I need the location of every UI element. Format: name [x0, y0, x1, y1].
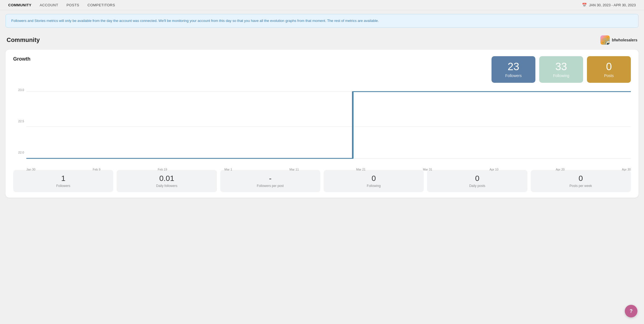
- metric-followers-per-post-value: -: [224, 174, 317, 183]
- top-nav: COMMUNITY ACCOUNT POSTS COMPETITORS 📅 JA…: [0, 0, 644, 10]
- y-label-bottom: 22.0: [13, 151, 24, 154]
- x-label-9: Apr 30: [622, 168, 631, 171]
- posts-stat-card: 0 Posts: [587, 56, 631, 83]
- x-label-5: Mar 21: [356, 168, 365, 171]
- x-label-4: Mar 11: [289, 168, 299, 171]
- nav-links: COMMUNITY ACCOUNT POSTS COMPETITORS: [8, 3, 115, 7]
- chart-svg: [26, 88, 631, 165]
- instagram-overlay: 📸: [606, 41, 610, 45]
- stats-cards: 23 Followers 33 Following 0 Posts: [492, 56, 631, 83]
- followers-stat-card: 23 Followers: [492, 56, 535, 83]
- nav-posts[interactable]: POSTS: [66, 3, 79, 7]
- metric-posts-per-week: 0 Posts per week: [531, 170, 631, 192]
- following-label: Following: [550, 73, 572, 78]
- metric-followers: 1 Followers: [13, 170, 113, 192]
- metric-followers-value: 1: [16, 174, 110, 183]
- x-label-2: Feb 19: [158, 168, 167, 171]
- page-header: Community 🛒 📸 bfwholesalers: [0, 32, 644, 47]
- bottom-metrics: 1 Followers 0.01 Daily followers - Follo…: [13, 170, 631, 192]
- account-badge[interactable]: 🛒 📸 bfwholesalers: [600, 35, 637, 45]
- growth-title: Growth: [13, 56, 30, 62]
- alert-banner: Followers and Stories metrics will only …: [5, 14, 639, 28]
- metric-daily-posts: 0 Daily posts: [427, 170, 527, 192]
- metric-daily-followers-value: 0.01: [120, 174, 213, 183]
- metric-followers-label: Followers: [16, 184, 110, 188]
- alert-text: Followers and Stories metrics will only …: [11, 19, 379, 23]
- metric-posts-per-week-value: 0: [534, 174, 628, 183]
- y-label-top: 23.0: [13, 88, 24, 92]
- following-value: 33: [550, 61, 572, 73]
- metric-followers-per-post-label: Followers per post: [224, 184, 317, 188]
- growth-header: Growth 23 Followers 33 Following 0 Posts: [13, 56, 631, 83]
- date-range[interactable]: 📅 JAN 30, 2023 - APR 30, 2023: [582, 3, 636, 7]
- metric-daily-followers-label: Daily followers: [120, 184, 213, 188]
- avatar: 🛒 📸: [600, 35, 610, 45]
- account-name: bfwholesalers: [612, 38, 637, 42]
- posts-value: 0: [598, 61, 620, 73]
- metric-daily-posts-value: 0: [430, 174, 524, 183]
- x-label-8: Apr 20: [556, 168, 564, 171]
- chart-container: Jan 30 Feb 9 Feb 19 Mar 1 Mar 11 Mar 21 …: [26, 88, 631, 165]
- posts-label: Posts: [598, 73, 620, 78]
- metric-posts-per-week-label: Posts per week: [534, 184, 628, 188]
- x-label-6: Mar 31: [423, 168, 432, 171]
- nav-community[interactable]: COMMUNITY: [8, 3, 32, 7]
- x-labels: Jan 30 Feb 9 Feb 19 Mar 1 Mar 11 Mar 21 …: [26, 166, 631, 171]
- metric-followers-per-post: - Followers per post: [220, 170, 320, 192]
- followers-value: 23: [502, 61, 524, 73]
- x-label-3: Mar 1: [224, 168, 232, 171]
- metric-following-label: Following: [327, 184, 420, 188]
- y-label-mid: 22.5: [13, 120, 24, 123]
- metric-daily-followers: 0.01 Daily followers: [117, 170, 217, 192]
- calendar-icon: 📅: [582, 3, 587, 7]
- x-label-7: Apr 10: [490, 168, 498, 171]
- instagram-icon: 📸: [607, 42, 610, 45]
- nav-competitors[interactable]: COMPETITORS: [87, 3, 115, 7]
- page-title: Community: [7, 36, 40, 44]
- chart-y-labels: 23.0 22.5 22.0: [13, 88, 24, 154]
- followers-label: Followers: [502, 73, 524, 78]
- main-card: Growth 23 Followers 33 Following 0 Posts…: [5, 50, 639, 198]
- metric-following: 0 Following: [324, 170, 424, 192]
- nav-account[interactable]: ACCOUNT: [40, 3, 58, 7]
- x-label-1: Feb 9: [93, 168, 100, 171]
- metric-daily-posts-label: Daily posts: [430, 184, 524, 188]
- following-stat-card: 33 Following: [539, 56, 583, 83]
- help-button[interactable]: ?: [625, 305, 637, 317]
- metric-following-value: 0: [327, 174, 420, 183]
- x-label-0: Jan 30: [26, 168, 35, 171]
- date-range-text: JAN 30, 2023 - APR 30, 2023: [589, 3, 636, 7]
- chart-area: 23.0 22.5 22.0 Jan 30 Feb 9 Feb 19 Mar 1…: [13, 88, 631, 165]
